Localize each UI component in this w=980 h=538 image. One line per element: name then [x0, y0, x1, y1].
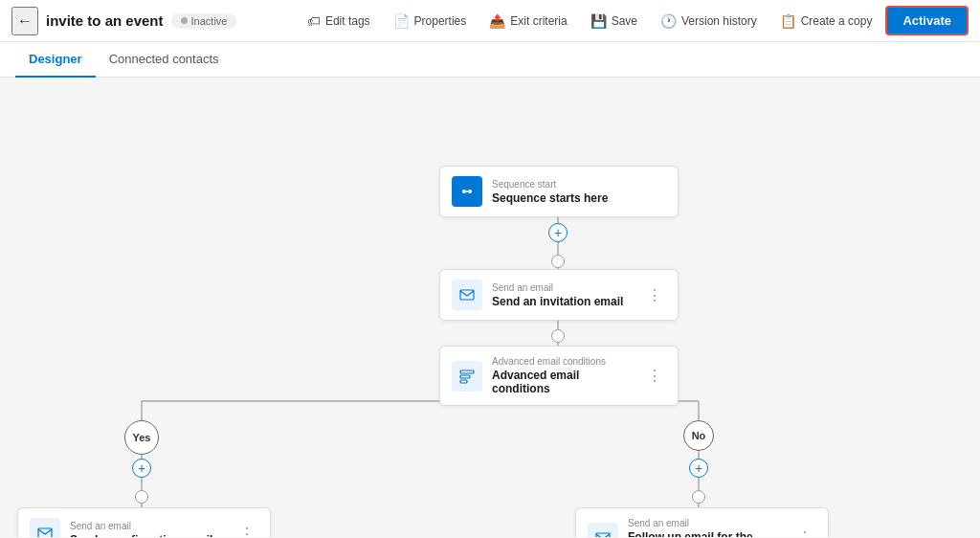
edit-tags-icon: 🏷 [307, 13, 321, 29]
create-copy-label: Create a copy [801, 14, 873, 28]
svg-rect-22 [460, 375, 470, 378]
svg-rect-23 [460, 380, 467, 383]
advanced-conditions-1-menu[interactable]: ⋮ [643, 365, 666, 387]
svg-rect-20 [460, 290, 474, 300]
exit-criteria-button[interactable]: 📤 Exit criteria [479, 9, 576, 34]
edit-tags-button[interactable]: 🏷 Edit tags [298, 9, 380, 34]
connector-circle-2 [551, 329, 565, 343]
send-email-1-menu[interactable]: ⋮ [643, 284, 666, 306]
header-actions: 🏷 Edit tags 📄 Properties 📤 Exit criteria… [298, 6, 969, 35]
send-email-1-label: Send an email [492, 282, 634, 293]
svg-rect-24 [38, 528, 52, 537]
send-email-2-content: Send an email Send a confirmation email [70, 521, 226, 538]
send-email-2-label: Send an email [70, 521, 226, 531]
header: ← invite to an event Inactive 🏷 Edit tag… [0, 0, 980, 42]
connector-circle-right [692, 490, 705, 504]
tab-designer[interactable]: Designer [15, 42, 96, 78]
version-history-icon: 🕐 [660, 13, 677, 29]
properties-icon: 📄 [393, 13, 410, 29]
header-left: ← invite to an event Inactive [11, 7, 290, 35]
send-email-2-menu[interactable]: ⋮ [235, 523, 258, 538]
properties-button[interactable]: 📄 Properties [384, 9, 477, 34]
svg-point-19 [468, 190, 472, 193]
sequence-start-title: Sequence starts here [492, 191, 666, 205]
status-dot [181, 17, 188, 24]
back-icon: ← [17, 12, 33, 30]
save-icon: 💾 [590, 13, 607, 29]
activate-button[interactable]: Activate [885, 6, 969, 35]
advanced-conditions-1-label: Advanced email conditions [492, 356, 634, 367]
send-email-1-title: Send an invitation email [492, 295, 634, 308]
sequence-start-content: Sequence start Sequence starts here [492, 179, 666, 205]
status-label: Inactive [191, 15, 228, 27]
send-email-1-content: Send an email Send an invitation email [492, 282, 634, 308]
send-email-2-icon [30, 518, 60, 537]
yes-branch-label: Yes [124, 420, 159, 455]
send-email-1-icon [452, 280, 482, 310]
connector-circle-left [135, 490, 148, 504]
send-email-3-node[interactable]: Send an email Follow up email for the ev… [575, 507, 829, 537]
sequence-start-icon [452, 176, 482, 207]
advanced-conditions-1-node[interactable]: Advanced email conditions Advanced email… [439, 346, 679, 406]
tab-connected-contacts[interactable]: Connected contacts [96, 42, 233, 78]
send-email-1-node[interactable]: Send an email Send an invitation email ⋮ [439, 269, 679, 321]
no-branch-label: No [683, 420, 714, 451]
exit-criteria-icon: 📤 [489, 13, 505, 29]
advanced-conditions-1-title: Advanced email conditions [492, 369, 634, 395]
connector-circle-1 [551, 255, 565, 268]
save-button[interactable]: 💾 Save [581, 9, 647, 34]
create-copy-icon: 📋 [780, 13, 796, 29]
status-badge: Inactive [171, 13, 237, 29]
advanced-conditions-1-icon [452, 361, 482, 392]
create-copy-button[interactable]: 📋 Create a copy [770, 9, 882, 34]
send-email-3-icon [588, 523, 618, 538]
properties-label: Properties [414, 14, 467, 28]
exit-criteria-label: Exit criteria [510, 14, 567, 28]
add-step-left-button[interactable]: + [132, 459, 151, 478]
svg-rect-21 [460, 370, 474, 373]
send-email-3-content: Send an email Follow up email for the ev… [628, 518, 784, 537]
page-title: invite to an event [46, 12, 164, 29]
svg-point-18 [462, 190, 466, 193]
save-label: Save [612, 14, 637, 28]
sequence-start-node[interactable]: Sequence start Sequence starts here [439, 166, 679, 217]
edit-tags-label: Edit tags [325, 14, 370, 28]
version-history-button[interactable]: 🕐 Version history [651, 9, 767, 34]
back-button[interactable]: ← [11, 7, 38, 35]
advanced-conditions-1-content: Advanced email conditions Advanced email… [492, 356, 634, 395]
version-history-label: Version history [681, 14, 757, 28]
designer-canvas: Sequence start Sequence starts here + Se… [0, 78, 980, 537]
sequence-start-label: Sequence start [492, 179, 666, 190]
send-email-2-node[interactable]: Send an email Send a confirmation email … [17, 507, 271, 537]
add-step-right-button[interactable]: + [689, 459, 708, 478]
send-email-3-label: Send an email [628, 518, 784, 528]
send-email-3-title: Follow up email for the event [628, 530, 784, 537]
send-email-3-menu[interactable]: ⋮ [793, 527, 816, 537]
send-email-2-title: Send a confirmation email [70, 533, 226, 538]
tabs: Designer Connected contacts [0, 42, 980, 78]
add-step-1-button[interactable]: + [548, 223, 568, 242]
